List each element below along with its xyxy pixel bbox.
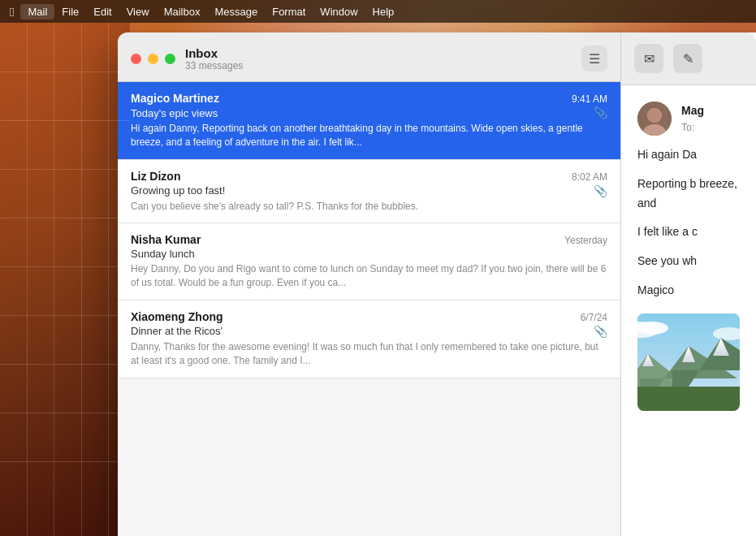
email-subject-2: Growing up too fast! 📎: [131, 184, 607, 197]
email-time-2: 8:02 AM: [572, 171, 607, 183]
window-controls: [131, 54, 175, 64]
email-preview-1: Hi again Danny, Reporting back on anothe…: [131, 122, 607, 149]
desktop-left-bg: [0, 23, 130, 536]
filter-button[interactable]: ☰: [581, 45, 607, 71]
menubar-file[interactable]: File: [54, 4, 86, 19]
detail-sender-row: Mag To:: [637, 102, 740, 136]
detail-paragraph-2: Reporting b breeze, and: [637, 175, 740, 214]
email-sender-1: Magico Martinez: [131, 92, 219, 105]
email-sender-3: Nisha Kumar: [131, 233, 201, 246]
menubar-window[interactable]: Window: [313, 4, 365, 19]
menubar:  Mail File Edit View Mailbox Message Fo…: [0, 0, 756, 23]
apple-menu-icon[interactable]: : [10, 5, 14, 19]
inbox-title-area: Inbox 33 messages: [185, 46, 243, 71]
inbox-panel: Inbox 33 messages ☰ Magico Martinez 9:41…: [118, 32, 621, 536]
attachment-icon-4: 📎: [594, 325, 607, 338]
detail-content: Hi again Da Reporting b breeze, and I fe…: [637, 145, 740, 300]
email-time-3: Yesterday: [564, 235, 607, 246]
email-time-1: 9:41 AM: [572, 93, 607, 105]
detail-meta: Mag To:: [681, 102, 740, 136]
detail-to: To:: [681, 120, 740, 136]
email-subject-3: Sunday lunch: [131, 248, 607, 260]
avatar: [637, 102, 672, 136]
email-row-1[interactable]: Magico Martinez 9:41 AM Today's epic vie…: [118, 82, 620, 160]
inbox-count: 33 messages: [185, 60, 243, 71]
mail-window: Inbox 33 messages ☰ Magico Martinez 9:41…: [118, 32, 756, 536]
menubar-message[interactable]: Message: [207, 4, 265, 19]
menubar-help[interactable]: Help: [365, 4, 402, 19]
compose-icon: ✎: [683, 51, 693, 67]
detail-sender-name: Mag: [681, 102, 740, 119]
minimize-button[interactable]: [148, 54, 158, 64]
attachment-icon-1: 📎: [594, 106, 607, 119]
detail-header: ✉ ✎: [621, 32, 756, 85]
email-preview-4: Danny, Thanks for the awesome evening! I…: [131, 340, 607, 368]
menubar-edit[interactable]: Edit: [86, 4, 119, 19]
filter-icon: ☰: [589, 51, 600, 67]
detail-panel: ✉ ✎ Mag: [621, 32, 756, 536]
detail-paragraph-3: I felt like a c: [637, 223, 740, 242]
email-sender-2: Liz Dizon: [131, 170, 180, 183]
email-sender-4: Xiaomeng Zhong: [131, 310, 223, 323]
svg-point-3: [648, 109, 661, 122]
attachment-icon-2: 📎: [594, 184, 607, 197]
inbox-title: Inbox: [185, 46, 243, 60]
email-subject-4: Dinner at the Ricos' 📎: [131, 325, 607, 338]
reply-button[interactable]: ✉: [634, 44, 663, 73]
detail-paragraph-4: See you wh: [637, 252, 740, 271]
inbox-header: Inbox 33 messages ☰: [118, 32, 620, 82]
detail-body: Mag To: Hi again Da Reporting b breeze, …: [621, 85, 756, 536]
svg-rect-14: [637, 387, 740, 411]
menubar-view[interactable]: View: [119, 4, 157, 19]
email-preview-2: Can you believe she's already so tall? P…: [131, 200, 607, 214]
email-row-3[interactable]: Nisha Kumar Yesterday Sunday lunch Hey D…: [118, 223, 620, 300]
email-row-4[interactable]: Xiaomeng Zhong 6/7/24 Dinner at the Rico…: [118, 300, 620, 378]
maximize-button[interactable]: [165, 54, 175, 64]
email-time-4: 6/7/24: [581, 312, 607, 323]
menubar-mail[interactable]: Mail: [20, 4, 54, 19]
inbox-list[interactable]: Magico Martinez 9:41 AM Today's epic vie…: [118, 82, 620, 536]
envelope-icon: ✉: [644, 51, 654, 67]
email-row-2[interactable]: Liz Dizon 8:02 AM Growing up too fast! 📎…: [118, 160, 620, 224]
detail-image-thumbnail: [637, 313, 740, 411]
close-button[interactable]: [131, 54, 141, 64]
detail-paragraph-1: Hi again Da: [637, 145, 740, 165]
compose-button[interactable]: ✎: [673, 44, 702, 73]
email-subject-1: Today's epic views 📎: [131, 106, 607, 119]
email-preview-3: Hey Danny, Do you and Rigo want to come …: [131, 262, 607, 290]
detail-paragraph-5: Magico: [637, 281, 740, 300]
menubar-mailbox[interactable]: Mailbox: [157, 4, 208, 19]
menubar-format[interactable]: Format: [265, 4, 313, 19]
